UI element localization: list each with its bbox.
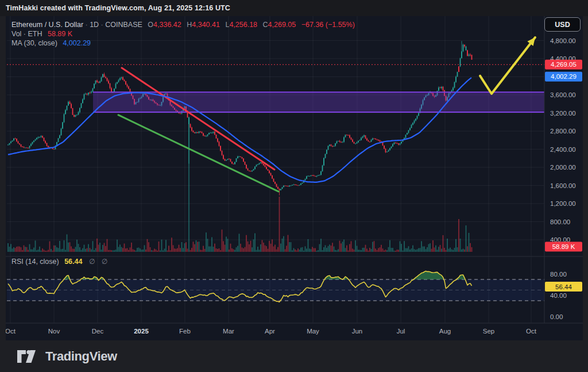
candle-body xyxy=(334,146,335,147)
price-tick-label[interactable]: 2,400.00 xyxy=(550,146,576,153)
candle-body xyxy=(117,82,118,84)
volume-bar xyxy=(85,249,86,252)
rsi-tick-label[interactable]: 0.00 xyxy=(550,313,563,320)
price-tick-label[interactable]: 1,200.00 xyxy=(550,200,576,207)
interval-label[interactable]: 1D xyxy=(90,21,99,29)
volume-value-badge-text: 58.89 K xyxy=(552,243,575,250)
volume-bar xyxy=(259,250,260,252)
volume-bar xyxy=(153,251,154,252)
ma-label[interactable]: MA (30, close) xyxy=(11,39,57,47)
candle-body xyxy=(378,140,379,140)
volume-bar xyxy=(164,248,165,252)
time-tick-label[interactable]: Feb xyxy=(179,328,191,335)
time-tick-label[interactable]: May xyxy=(307,328,319,335)
volume-bar xyxy=(273,247,274,252)
candle-body xyxy=(95,80,96,83)
volume-bar xyxy=(76,240,78,252)
volume-bar xyxy=(207,239,208,252)
candle-body xyxy=(414,121,415,123)
volume-bar xyxy=(469,233,470,252)
candle-body xyxy=(124,80,125,81)
price-tick-label[interactable]: 1,600.00 xyxy=(550,182,576,189)
tradingview-logo[interactable]: TradingView xyxy=(17,347,117,366)
price-chart-canvas[interactable]: 4,800.004,400.003,600.003,200.002,800.00… xyxy=(6,16,583,340)
price-tick-label[interactable]: 2,000.00 xyxy=(550,164,576,171)
volume-bar xyxy=(299,250,300,252)
price-tick-label[interactable]: 2,800.00 xyxy=(550,128,576,135)
volume-bar xyxy=(332,243,333,252)
volume-bar xyxy=(458,219,459,252)
close-value: 4,269.05 xyxy=(268,21,296,29)
time-tick-label[interactable]: Nov xyxy=(48,328,60,335)
candle-body xyxy=(286,186,287,186)
candle-body xyxy=(296,185,297,185)
volume-bar xyxy=(394,251,395,252)
volume-bar xyxy=(319,244,320,252)
candle-body xyxy=(329,144,330,145)
volume-bar xyxy=(118,247,119,252)
volume-bar xyxy=(345,248,346,252)
time-tick-label[interactable]: Jul xyxy=(397,328,405,335)
rsi-tick-label[interactable]: 40.00 xyxy=(550,292,567,299)
time-tick-label[interactable]: Sep xyxy=(483,328,494,335)
candle-body xyxy=(322,166,323,171)
candle-body xyxy=(38,137,39,137)
candle-body xyxy=(400,143,401,144)
volume-bar xyxy=(363,248,365,252)
time-tick-label[interactable]: Aug xyxy=(439,328,451,335)
volume-bar xyxy=(355,240,356,252)
volume-bar xyxy=(82,248,83,252)
rsi-value-badge-text: 56.44 xyxy=(555,283,572,290)
candle-body xyxy=(233,164,234,164)
candle-body xyxy=(443,87,444,90)
volume-bar xyxy=(412,246,413,252)
candle-body xyxy=(61,129,62,136)
volume-bar xyxy=(171,237,172,252)
symbol-title[interactable]: Ethereum / U.S. Dollar xyxy=(11,21,83,29)
candle-body xyxy=(361,138,362,140)
rsi-tick-label[interactable]: 80.00 xyxy=(550,271,567,278)
time-tick-label[interactable]: Dec xyxy=(92,328,104,335)
candle-body xyxy=(74,115,75,117)
rsi-label[interactable]: RSI (14, close) xyxy=(11,258,59,266)
time-tick-label[interactable]: Mar xyxy=(223,328,234,335)
volume-bar xyxy=(471,247,473,252)
volume-bar xyxy=(455,239,457,252)
price-tick-label[interactable]: 3,200.00 xyxy=(550,110,576,117)
price-tick-label[interactable]: 800.00 xyxy=(550,218,570,225)
candle-body xyxy=(395,143,396,143)
volume-bar xyxy=(335,250,336,252)
volume-bar xyxy=(308,239,309,252)
time-tick-label[interactable]: Oct xyxy=(6,328,16,335)
candle-body xyxy=(454,82,455,88)
candle-body xyxy=(196,132,197,133)
price-tick-label[interactable]: 3,600.00 xyxy=(550,91,576,98)
time-tick-label[interactable]: Jun xyxy=(352,328,363,335)
time-tick-label[interactable]: 2025 xyxy=(134,328,149,335)
candle-body xyxy=(336,141,338,143)
volume-bar xyxy=(62,249,63,252)
volume-bar xyxy=(170,250,171,252)
volume-bar xyxy=(316,251,318,252)
time-tick-label[interactable]: Oct xyxy=(526,328,537,335)
candle-body xyxy=(121,77,122,78)
volume-label[interactable]: Vol · ETH xyxy=(11,30,42,38)
volume-bar xyxy=(365,245,366,252)
volume-bar xyxy=(203,246,204,252)
candle-body xyxy=(59,135,60,138)
volume-bar xyxy=(296,250,297,252)
candle-body xyxy=(256,165,257,167)
candle-body xyxy=(104,74,105,77)
volume-bar xyxy=(133,249,134,252)
candle-body xyxy=(190,124,191,128)
time-tick-label[interactable]: Apr xyxy=(265,328,275,335)
volume-bar xyxy=(127,248,128,252)
currency-toggle-button[interactable]: USD xyxy=(544,17,581,32)
volume-bar xyxy=(173,245,174,252)
price-tick-label[interactable]: 4,800.00 xyxy=(550,37,576,44)
candle-body xyxy=(270,173,272,175)
volume-bar xyxy=(300,248,301,252)
candle-body xyxy=(401,141,402,143)
candle-body xyxy=(21,144,22,147)
volume-bar xyxy=(354,250,355,252)
